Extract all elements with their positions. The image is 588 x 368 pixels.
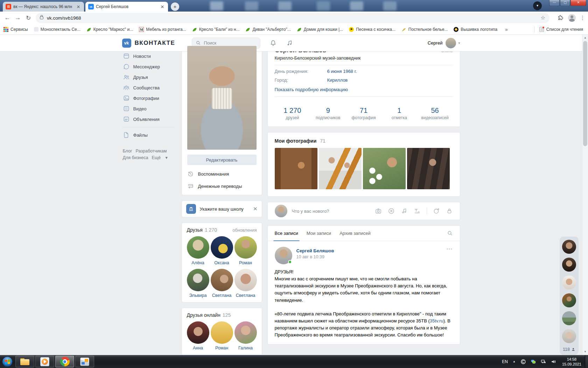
show-desktop-button[interactable]	[585, 355, 588, 368]
post-author-avatar[interactable]	[275, 247, 292, 264]
search-input[interactable]	[204, 40, 253, 46]
friend-name[interactable]: Оксана	[211, 260, 233, 265]
footer-link-blog[interactable]: Блог	[123, 149, 132, 154]
friend-name[interactable]: Эльвира	[187, 293, 209, 298]
browser-tab-vk-profile[interactable]: vk Сергей Беляшов ✕	[85, 2, 168, 12]
article-icon[interactable]	[414, 207, 421, 214]
bookmark-item[interactable]: Вышивка логотипа	[454, 27, 497, 32]
bookmark-item[interactable]: Домик для кошки |...	[297, 27, 343, 32]
tab-close-icon[interactable]: ✕	[76, 4, 81, 9]
post-menu-icon[interactable]: •••	[447, 247, 453, 264]
friend-avatar[interactable]	[234, 321, 257, 344]
scroll-up-arrow[interactable]: ▲	[582, 35, 588, 41]
money-transfers-link[interactable]: Денежные переводы	[187, 183, 257, 190]
reload-button[interactable]: ↻	[23, 14, 34, 22]
taskbar-media-player-button[interactable]	[35, 356, 54, 367]
friend-name[interactable]: Галина	[234, 346, 257, 350]
antivirus-tray-icon[interactable]	[520, 359, 526, 364]
friend-item[interactable]: Светлана	[234, 269, 257, 298]
sidebar-item-video[interactable]: Видео	[122, 103, 178, 114]
reading-list-button[interactable]: Список для чтения	[539, 27, 583, 32]
browser-tab-yandex[interactable]: Я вк — Яндекс: нашлось 96 млн р ✕	[3, 2, 84, 12]
edit-profile-button[interactable]: Редактировать	[187, 155, 257, 165]
friend-item[interactable]: Оксана	[211, 236, 233, 265]
bookmark-item[interactable]: Моноспектакль Се...	[34, 27, 80, 32]
photo-thumb[interactable]	[319, 148, 362, 189]
tab-my-posts[interactable]: Мои записи	[307, 226, 331, 241]
apps-shortcut[interactable]: Сервисы	[4, 27, 28, 32]
footer-link-more[interactable]: Ещё ▾	[152, 155, 167, 160]
vk-user-menu[interactable]: Сергей ▾	[428, 38, 460, 48]
profile-status[interactable]: Кирилло-Белозерский музей-заповедник	[275, 55, 453, 61]
camera-icon[interactable]	[375, 207, 382, 214]
show-detailed-info-link[interactable]: Показать подробную информацию	[275, 87, 453, 92]
photo-thumb[interactable]	[407, 148, 450, 189]
taskbar-explorer-button[interactable]	[15, 356, 34, 367]
bookmark-item[interactable]: M Мебель из ротанга...	[139, 27, 186, 32]
sticker-idea-icon[interactable]	[433, 207, 440, 214]
close-button[interactable]: ✕	[570, 0, 586, 6]
memories-link[interactable]: Воспоминания	[187, 171, 257, 177]
counter-friends[interactable]: 1 270друзей	[275, 104, 310, 122]
friends-online-title[interactable]: Друзья онлайн	[187, 312, 220, 318]
media-controls-button[interactable]: ▾	[533, 1, 542, 10]
friend-avatar[interactable]	[211, 321, 233, 344]
sidebar-item-messenger[interactable]: Мессенджер	[122, 61, 178, 72]
browser-scrollbar[interactable]: ▲ ▼	[582, 35, 588, 355]
https-lock-icon[interactable]	[40, 16, 43, 19]
bookmarks-overflow-chevron[interactable]: »	[505, 27, 508, 32]
browser-menu-icon[interactable]: ⋮	[580, 15, 585, 21]
profile-photo[interactable]	[187, 46, 257, 150]
scrollbar-thumb[interactable]	[583, 41, 587, 146]
post-composer[interactable]: Что у вас нового?	[267, 202, 460, 220]
friend-avatar[interactable]	[187, 269, 209, 291]
sidebar-item-ads[interactable]: Объявления	[122, 114, 178, 124]
friend-name[interactable]: Роман	[211, 346, 233, 350]
friends-updates-link[interactable]: обновления	[232, 228, 257, 233]
friend-item[interactable]: Роман	[211, 321, 233, 350]
friend-name[interactable]: Роман	[234, 260, 257, 265]
maximize-button[interactable]: ▢	[560, 0, 570, 6]
tray-expand-arrow[interactable]: ▲	[513, 360, 516, 363]
friend-item[interactable]: Светлана	[211, 269, 233, 298]
tab-archived-posts[interactable]: Архив записей	[340, 226, 371, 241]
rail-friend-avatar[interactable]	[562, 275, 576, 289]
field-value-birthday[interactable]: 6 июня 1968 г.	[327, 69, 357, 74]
close-icon[interactable]: ✕	[253, 206, 258, 212]
post-external-link[interactable]: 35tv.ru	[430, 318, 443, 323]
volume-tray-icon[interactable]	[551, 359, 556, 364]
counter-videos[interactable]: 56видеозаписей	[417, 104, 453, 122]
friend-item[interactable]: Эльвира	[187, 269, 209, 298]
friends-title[interactable]: Друзья	[187, 227, 203, 233]
browser-profile-avatar[interactable]	[568, 14, 576, 22]
bookmark-item[interactable]: Песенка с косичка...	[349, 27, 396, 32]
sidebar-item-news[interactable]: Новости	[122, 51, 178, 61]
friend-avatar[interactable]	[234, 236, 257, 259]
rail-friend-avatar[interactable]	[562, 293, 576, 307]
minimize-button[interactable]: —	[549, 0, 560, 6]
sidebar-item-friends[interactable]: Друзья	[122, 72, 178, 82]
friend-item[interactable]: Роман	[234, 236, 257, 265]
friend-item[interactable]: Анна	[187, 321, 209, 350]
friend-name[interactable]: Алёна	[187, 260, 209, 265]
bookmark-star-icon[interactable]: ☆	[541, 15, 545, 21]
tab-close-icon[interactable]: ✕	[160, 4, 165, 9]
rail-friend-avatar[interactable]	[562, 311, 576, 325]
friend-avatar[interactable]	[187, 321, 209, 344]
rail-friend-avatar[interactable]	[562, 329, 576, 343]
music-icon[interactable]	[286, 39, 293, 47]
sidebar-item-photos[interactable]: Фотографии	[122, 93, 178, 103]
friend-avatar[interactable]	[187, 236, 209, 259]
field-value-city[interactable]: Кириллов	[327, 77, 348, 83]
footer-link-developers[interactable]: Разработчикам	[136, 149, 167, 154]
clock[interactable]: 14:58 15.09.2021	[562, 357, 581, 367]
photo-thumb[interactable]	[363, 148, 406, 189]
counter-followers[interactable]: 9подписчиков	[310, 104, 346, 122]
privacy-lock-icon[interactable]	[446, 207, 453, 214]
scroll-down-arrow[interactable]: ▼	[582, 349, 588, 355]
forward-button[interactable]: →	[13, 14, 23, 21]
post-date[interactable]: 10 авг в 10:39	[296, 254, 334, 259]
wall-search-icon[interactable]	[447, 230, 453, 236]
counter-tags[interactable]: 1отметка	[382, 104, 417, 122]
footer-link-business[interactable]: Для бизнеса	[123, 155, 148, 160]
